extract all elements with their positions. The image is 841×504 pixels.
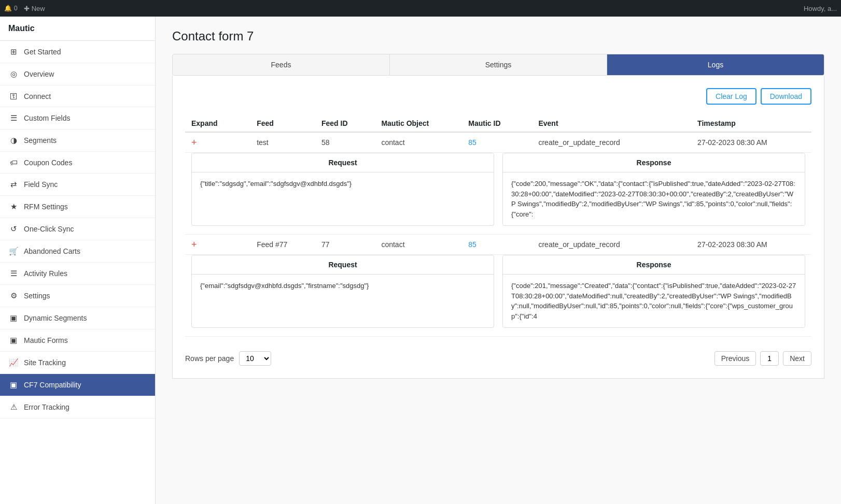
- sidebar-item-label: Mautic Forms: [24, 336, 68, 344]
- segments-icon: ◑: [8, 136, 19, 145]
- plus-icon: ✚: [24, 5, 30, 12]
- sidebar-item-label: One-Click Sync: [24, 225, 74, 233]
- sidebar-item-label: Get Started: [24, 48, 61, 56]
- req-res-container: Request {"email":"sdgfsdgv@xdhbfd.dsgds"…: [185, 255, 811, 328]
- rows-per-page-label: Rows per page: [185, 354, 234, 363]
- req-res-container: Request {"title":"sdgsdg","email":"sdgfs…: [185, 153, 811, 226]
- site-tracking-icon: 📈: [8, 358, 19, 367]
- response-panel: Response {"code":201,"message":"Created"…: [502, 255, 805, 328]
- sidebar-item-mautic-forms[interactable]: ▣ Mautic Forms: [0, 329, 155, 352]
- previous-button[interactable]: Previous: [714, 351, 756, 366]
- sidebar-item-custom-fields[interactable]: ☰ Custom Fields: [0, 107, 155, 129]
- log-actions: Clear Log Download: [185, 84, 811, 105]
- mautic-object: contact: [381, 138, 404, 147]
- request-panel: Request {"title":"sdgsdg","email":"sdgfs…: [191, 153, 494, 226]
- sidebar-item-label: Custom Fields: [24, 114, 70, 122]
- main-content: Contact form 7 FeedsSettingsLogs Clear L…: [156, 17, 841, 504]
- col-header-feed-id: Feed ID: [315, 115, 375, 132]
- overview-icon: ◎: [8, 69, 19, 79]
- col-header-feed: Feed: [250, 115, 315, 132]
- sidebar-item-label: Segments: [24, 136, 57, 145]
- tab-feeds[interactable]: Feeds: [173, 54, 390, 75]
- sidebar-item-settings[interactable]: ⚙ Settings: [0, 285, 155, 307]
- pagination-controls: Previous 1 Next: [714, 351, 811, 366]
- sidebar-item-rfm-settings[interactable]: ★ RFM Settings: [0, 196, 155, 218]
- rows-per-page-select[interactable]: 102550100: [239, 351, 271, 366]
- notification-area[interactable]: 🔔 0: [4, 5, 18, 12]
- howdy-text: Howdy, a...: [804, 5, 837, 12]
- tabs-container: FeedsSettingsLogs: [172, 54, 824, 76]
- mautic-id-link[interactable]: 85: [468, 240, 476, 249]
- sidebar-item-label: Abandoned Carts: [24, 247, 80, 255]
- new-button[interactable]: ✚ New: [24, 5, 45, 12]
- current-page: 1: [760, 351, 779, 366]
- log-table: ExpandFeedFeed IDMautic ObjectMautic IDE…: [185, 115, 811, 337]
- response-body[interactable]: {"code":201,"message":"Created","data":{…: [503, 275, 805, 327]
- rfm-settings-icon: ★: [8, 202, 19, 211]
- one-click-sync-icon: ↺: [8, 224, 19, 234]
- mautic-forms-icon: ▣: [8, 336, 19, 345]
- coupon-codes-icon: 🏷: [8, 158, 19, 167]
- sidebar-item-coupon-codes[interactable]: 🏷 Coupon Codes: [0, 152, 155, 174]
- error-tracking-icon: ⚠: [8, 402, 19, 412]
- get-started-icon: ⊞: [8, 47, 19, 56]
- feed-id: 58: [321, 138, 330, 147]
- sidebar-item-error-tracking[interactable]: ⚠ Error Tracking: [0, 396, 155, 419]
- sidebar-item-field-sync[interactable]: ⇄ Field Sync: [0, 174, 155, 196]
- timestamp: 27-02-2023 08:30 AM: [697, 240, 767, 249]
- sidebar: Mautic ⊞ Get Started ◎ Overview ⚿ Connec…: [0, 17, 156, 504]
- clear-log-button[interactable]: Clear Log: [706, 88, 756, 105]
- activity-rules-icon: ☰: [8, 269, 19, 278]
- sidebar-item-label: Dynamic Segments: [24, 314, 87, 322]
- log-area: Clear Log Download ExpandFeedFeed IDMaut…: [172, 76, 824, 379]
- tab-logs[interactable]: Logs: [607, 54, 824, 75]
- sidebar-item-site-tracking[interactable]: 📈 Site Tracking: [0, 352, 155, 374]
- abandoned-carts-icon: 🛒: [8, 247, 19, 256]
- col-header-expand: Expand: [185, 115, 250, 132]
- col-header-event: Event: [532, 115, 691, 132]
- sidebar-item-label: RFM Settings: [24, 203, 68, 211]
- event-name: create_or_update_record: [538, 240, 620, 249]
- feed-name: test: [257, 138, 269, 147]
- table-row: +Feed #7777contact85create_or_update_rec…: [185, 235, 811, 255]
- sidebar-item-label: Field Sync: [24, 180, 58, 189]
- sidebar-item-label: Coupon Codes: [24, 159, 72, 167]
- connect-icon: ⚿: [8, 92, 19, 100]
- request-body: {"title":"sdgsdg","email":"sdgfsdgv@xdhb…: [192, 172, 494, 195]
- sidebar-item-activity-rules[interactable]: ☰ Activity Rules: [0, 263, 155, 285]
- sidebar-item-label: Overview: [24, 70, 54, 78]
- sidebar-item-label: Site Tracking: [24, 358, 66, 367]
- feed-name: Feed #77: [257, 240, 287, 249]
- next-button[interactable]: Next: [783, 351, 811, 366]
- custom-fields-icon: ☰: [8, 113, 19, 123]
- expand-button-1[interactable]: +: [191, 240, 197, 249]
- col-header-mautic-id: Mautic ID: [462, 115, 532, 132]
- sidebar-item-one-click-sync[interactable]: ↺ One-Click Sync: [0, 218, 155, 240]
- mautic-id-link[interactable]: 85: [468, 138, 476, 147]
- sidebar-item-label: Connect: [24, 92, 51, 100]
- settings-icon: ⚙: [8, 291, 19, 300]
- sidebar-item-segments[interactable]: ◑ Segments: [0, 129, 155, 152]
- pagination-row: Rows per page 102550100 Previous 1 Next: [185, 345, 811, 366]
- download-button[interactable]: Download: [761, 88, 811, 105]
- top-bar: 🔔 0 ✚ New Howdy, a...: [0, 0, 841, 17]
- req-res-row: Request {"email":"sdgfsdgv@xdhbfd.dsgds"…: [185, 255, 811, 337]
- response-body[interactable]: {"code":200,"message":"OK","data":{"cont…: [503, 172, 805, 225]
- cf7-compatibility-icon: ▣: [8, 380, 19, 390]
- sidebar-item-cf7-compatibility[interactable]: ▣ CF7 Compatibility: [0, 374, 155, 396]
- field-sync-icon: ⇄: [8, 180, 19, 189]
- req-res-row: Request {"title":"sdgsdg","email":"sdgfs…: [185, 153, 811, 235]
- sidebar-item-abandoned-carts[interactable]: 🛒 Abandoned Carts: [0, 240, 155, 263]
- tab-settings[interactable]: Settings: [390, 54, 607, 75]
- col-header-timestamp: Timestamp: [691, 115, 811, 132]
- sidebar-item-overview[interactable]: ◎ Overview: [0, 63, 155, 85]
- dynamic-segments-icon: ▣: [8, 313, 19, 323]
- sidebar-item-dynamic-segments[interactable]: ▣ Dynamic Segments: [0, 307, 155, 329]
- request-panel: Request {"email":"sdgfsdgv@xdhbfd.dsgds"…: [191, 255, 494, 328]
- response-header: Response: [503, 153, 805, 172]
- sidebar-item-connect[interactable]: ⚿ Connect: [0, 85, 155, 107]
- expand-button-0[interactable]: +: [191, 138, 197, 147]
- notification-count: 0: [14, 5, 18, 12]
- sidebar-item-get-started[interactable]: ⊞ Get Started: [0, 41, 155, 63]
- request-body: {"email":"sdgfsdgv@xdhbfd.dsgds","firstn…: [192, 275, 494, 297]
